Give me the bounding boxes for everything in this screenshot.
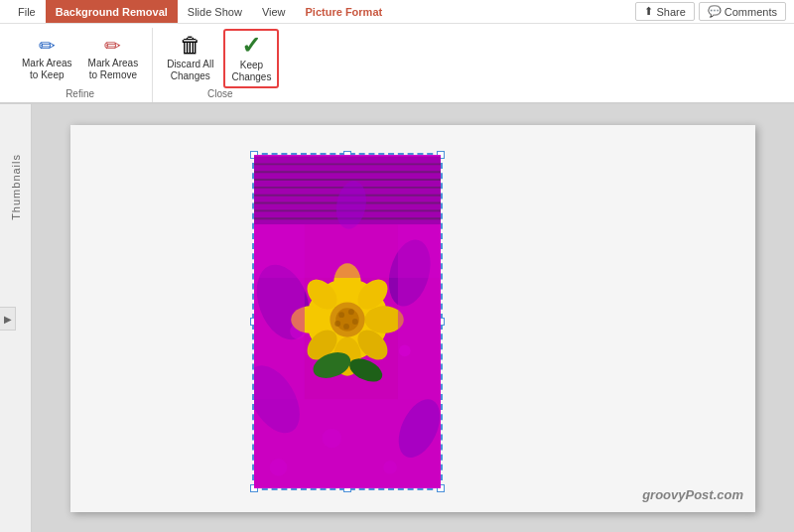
- mark-remove-label: Mark Areasto Remove: [88, 58, 139, 81]
- mark-areas-remove-button[interactable]: ✏ Mark Areasto Remove: [82, 29, 145, 88]
- svg-rect-41: [398, 224, 441, 399]
- ribbon-group-close: 🗑 Discard AllChanges ✓ KeepChanges Close: [153, 28, 287, 102]
- ribbon-toolbar: ✏ Mark Areasto Keep ✏ Mark Areasto Remov…: [0, 24, 794, 103]
- ribbon-group-refine: ✏ Mark Areasto Keep ✏ Mark Areasto Remov…: [8, 28, 153, 102]
- thumbnails-panel: ▶ Thumbnails: [0, 104, 32, 532]
- comments-button[interactable]: 💬 Comments: [699, 2, 786, 21]
- thumbnails-label: Thumbnails: [10, 154, 22, 220]
- image-svg: [254, 155, 441, 488]
- keep-changes-icon: ✓: [241, 34, 261, 58]
- tab-view[interactable]: View: [252, 0, 296, 23]
- slide-area: groovyPost.com: [32, 104, 794, 532]
- discard-label: Discard AllChanges: [167, 59, 213, 82]
- mark-keep-icon: ✏: [39, 36, 56, 56]
- watermark: groovyPost.com: [642, 487, 743, 502]
- tab-background-removal[interactable]: Background Removal: [46, 0, 178, 23]
- tab-file[interactable]: File: [8, 0, 46, 23]
- tab-bar: File Background Removal Slide Show View …: [0, 0, 794, 24]
- close-group-label: Close: [207, 88, 233, 102]
- mark-remove-icon: ✏: [104, 36, 121, 56]
- slide-canvas: groovyPost.com: [70, 125, 755, 512]
- slide-image-wrapper[interactable]: [252, 153, 443, 490]
- refine-buttons: ✏ Mark Areasto Keep ✏ Mark Areasto Remov…: [16, 28, 144, 88]
- svg-rect-39: [254, 399, 441, 486]
- comments-icon: 💬: [708, 5, 722, 18]
- svg-point-31: [338, 312, 344, 318]
- svg-point-35: [334, 321, 340, 327]
- svg-point-32: [348, 309, 354, 315]
- keep-changes-label: KeepChanges: [231, 60, 271, 83]
- svg-point-34: [343, 324, 349, 330]
- mark-areas-keep-button[interactable]: ✏ Mark Areasto Keep: [16, 29, 78, 88]
- svg-point-33: [352, 319, 358, 325]
- main-area: ▶ Thumbnails: [0, 104, 794, 532]
- share-icon: ⬆: [644, 5, 653, 18]
- keep-changes-button[interactable]: ✓ KeepChanges: [223, 29, 279, 88]
- header-actions: ⬆ Share 💬 Comments: [635, 2, 794, 21]
- refine-group-label: Refine: [66, 88, 94, 102]
- panel-toggle-button[interactable]: ▶: [0, 307, 16, 331]
- share-button[interactable]: ⬆ Share: [635, 2, 694, 21]
- discard-icon: 🗑: [180, 35, 201, 57]
- close-buttons: 🗑 Discard AllChanges ✓ KeepChanges: [161, 28, 279, 88]
- slide-image: [254, 155, 441, 488]
- mark-keep-label: Mark Areasto Keep: [22, 58, 72, 81]
- discard-all-changes-button[interactable]: 🗑 Discard AllChanges: [161, 29, 219, 88]
- tab-picture-format[interactable]: Picture Format: [296, 0, 393, 23]
- tab-slide-show[interactable]: Slide Show: [178, 0, 252, 23]
